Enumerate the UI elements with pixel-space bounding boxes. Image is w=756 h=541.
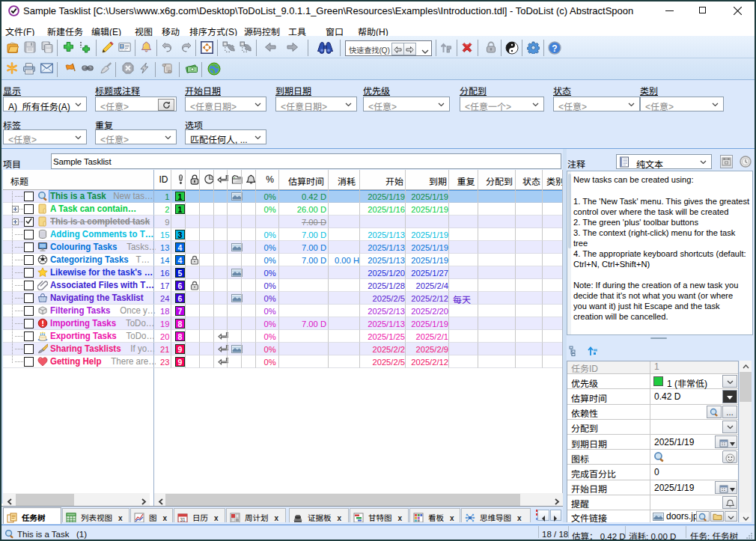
svg-text:31: 31 [180, 516, 186, 522]
svg-text:?: ? [552, 43, 557, 54]
